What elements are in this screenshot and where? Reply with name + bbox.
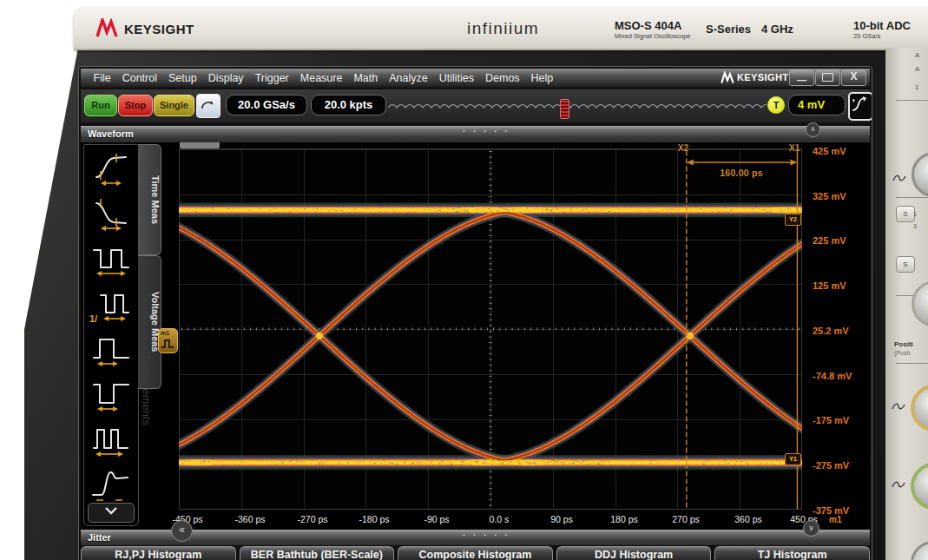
y-tick-label: 225 mV bbox=[813, 235, 865, 246]
menu-measure[interactable]: Measure bbox=[294, 72, 348, 84]
adc-sub-label: 20 GSa/s bbox=[853, 32, 880, 40]
y-tick-label: 25.2 mV bbox=[813, 326, 865, 336]
menu-setup[interactable]: Setup bbox=[162, 72, 202, 84]
series-label: S-Series bbox=[706, 23, 751, 36]
maximize-button[interactable] bbox=[815, 69, 840, 86]
jitter-panel-header[interactable]: Jitter · · · · · bbox=[81, 530, 870, 545]
panel-partial-label: A bbox=[915, 51, 919, 59]
measurements-watermark: Measurements bbox=[140, 351, 153, 425]
y-tick-label: 125 mV bbox=[813, 280, 865, 291]
y-tick-label: -74.8 mV bbox=[813, 371, 865, 381]
tab-time-meas[interactable]: Time Meas bbox=[138, 144, 161, 255]
x-tick-label: 0.0 s bbox=[475, 514, 523, 524]
model-label: MSO-S 404A bbox=[615, 19, 681, 32]
menu-control[interactable]: Control bbox=[116, 72, 162, 84]
memory-depth-box[interactable]: 20.0 kpts bbox=[311, 95, 386, 115]
trigger-level-box[interactable]: 4 mV bbox=[788, 95, 846, 115]
plot-scroll-tab[interactable] bbox=[180, 142, 220, 148]
sample-rate-box[interactable]: 20.0 GSa/s bbox=[226, 95, 307, 115]
positive-pulse-width-icon[interactable] bbox=[88, 327, 135, 371]
fall-time-icon[interactable] bbox=[88, 192, 135, 235]
period-icon[interactable] bbox=[88, 237, 135, 280]
menu-file[interactable]: File bbox=[88, 72, 116, 84]
tab-rjpj-histogram[interactable]: RJ,PJ Histogram bbox=[81, 546, 236, 560]
menu-utilities[interactable]: Utilities bbox=[433, 72, 479, 84]
x-tick-label: 90 ps bbox=[537, 514, 586, 524]
memory-m1-label[interactable]: m1 bbox=[829, 515, 841, 524]
trigger-position-marker[interactable] bbox=[560, 99, 569, 119]
knob-mid[interactable] bbox=[912, 280, 928, 327]
minimize-button[interactable]: — bbox=[789, 69, 814, 86]
marker-x2-label[interactable]: X2 bbox=[678, 143, 688, 153]
frequency-icon[interactable]: 1/ bbox=[88, 282, 135, 326]
menu-analyze[interactable]: Analyze bbox=[384, 72, 433, 84]
trigger-badge[interactable]: T bbox=[767, 96, 785, 114]
push-label: (Push bbox=[894, 350, 910, 356]
sine-icon bbox=[892, 402, 905, 412]
frequency-prefix-label: 1/ bbox=[89, 313, 97, 324]
product-line: infiniium bbox=[467, 19, 539, 38]
brand-name: KEYSIGHT bbox=[124, 22, 194, 36]
front-panel-right: A A 1 S 1 3 S Positi (Push bbox=[885, 48, 928, 560]
panel-divider bbox=[896, 100, 928, 101]
overshoot-icon[interactable] bbox=[88, 463, 135, 504]
run-button[interactable]: Run bbox=[84, 95, 117, 116]
tab-ber-bathtub[interactable]: BER Bathtub (BER-Scale) bbox=[240, 546, 395, 560]
y-tick-label: -175 mV bbox=[813, 415, 865, 425]
eye-diagram-canvas[interactable] bbox=[179, 142, 802, 513]
panel-button-2[interactable]: S bbox=[896, 256, 915, 273]
menu-display[interactable]: Display bbox=[202, 72, 249, 84]
x-tick-label: -90 ps bbox=[412, 514, 461, 524]
collapse-up-button[interactable]: ∧ bbox=[806, 122, 820, 137]
keysight-spark-icon-white bbox=[721, 71, 735, 84]
m1-handle-label: m1 bbox=[161, 330, 169, 336]
touch-button[interactable] bbox=[196, 94, 220, 118]
drag-dots[interactable]: · · · · · bbox=[463, 124, 510, 140]
measurement-icon-strip: 1/ bbox=[83, 144, 139, 526]
collapse-down-button[interactable]: ∨ bbox=[803, 520, 819, 537]
waveform-panel-title: Waveform bbox=[88, 126, 134, 142]
instrument-top-strip: KEYSIGHT infiniium S-Series MSO-S 404A M… bbox=[74, 7, 928, 50]
close-button[interactable]: X bbox=[841, 69, 866, 86]
panel-divider bbox=[896, 197, 928, 198]
marker-x1-label[interactable]: X1 bbox=[789, 143, 800, 153]
y-tick-label: 425 mV bbox=[813, 146, 865, 156]
x-tick-label: -360 ps bbox=[226, 514, 274, 524]
waveform-panel-header[interactable]: Waveform · · · · · bbox=[81, 126, 870, 142]
y-axis-labels: 425 mV 325 mV 225 mV 125 mV 25.2 mV -74.… bbox=[813, 142, 868, 516]
drag-dots[interactable]: · · · · · bbox=[463, 528, 510, 544]
negative-pulse-width-icon[interactable] bbox=[88, 372, 135, 416]
panel-partial-label: A bbox=[915, 65, 919, 73]
single-button[interactable]: Single bbox=[154, 95, 194, 116]
panel-partial-label: 3 bbox=[913, 223, 917, 229]
panel-button-1[interactable]: S bbox=[896, 206, 915, 222]
y-tick-label: 325 mV bbox=[813, 191, 865, 201]
burst-width-icon[interactable] bbox=[88, 418, 135, 461]
collapse-left-button[interactable]: « bbox=[171, 520, 193, 542]
marker-y1-handle[interactable]: Y1 bbox=[785, 453, 801, 465]
marker-y2-handle[interactable]: Y2 bbox=[785, 214, 801, 226]
knob-bottom[interactable] bbox=[911, 541, 928, 560]
toolbar: Run Stop Single 20.0 GSa/s 20.0 kpts T 4… bbox=[81, 89, 870, 122]
menu-trigger[interactable]: Trigger bbox=[249, 72, 294, 84]
knob-position-1[interactable] bbox=[911, 385, 928, 432]
rise-time-icon[interactable] bbox=[88, 147, 135, 190]
x-axis-labels: -450 ps -360 ps -270 ps -180 ps -90 ps 0… bbox=[81, 514, 870, 529]
trigger-edge-icon bbox=[850, 94, 868, 115]
menu-help[interactable]: Help bbox=[525, 72, 559, 84]
tab-tj-histogram[interactable]: TJ Histogram bbox=[714, 546, 870, 560]
sine-icon bbox=[892, 480, 905, 490]
m1-marker-handle[interactable]: m1 bbox=[158, 328, 178, 353]
restore-icon bbox=[822, 73, 833, 82]
knob-position-2[interactable] bbox=[911, 463, 928, 510]
trigger-setup-button[interactable] bbox=[848, 92, 872, 121]
menu-math[interactable]: Math bbox=[348, 72, 384, 84]
menu-demos[interactable]: Demos bbox=[479, 72, 525, 84]
tab-ddj-histogram[interactable]: DDJ Histogram bbox=[556, 546, 712, 560]
tab-composite-histogram[interactable]: Composite Histogram bbox=[398, 546, 553, 560]
h-delay-squiggle-path bbox=[388, 105, 767, 109]
panel-partial-label: 1 bbox=[913, 211, 917, 217]
jitter-tab-row: RJ,PJ Histogram BER Bathtub (BER-Scale) … bbox=[81, 546, 870, 560]
knob-top[interactable] bbox=[912, 152, 928, 197]
stop-button[interactable]: Stop bbox=[118, 95, 153, 116]
